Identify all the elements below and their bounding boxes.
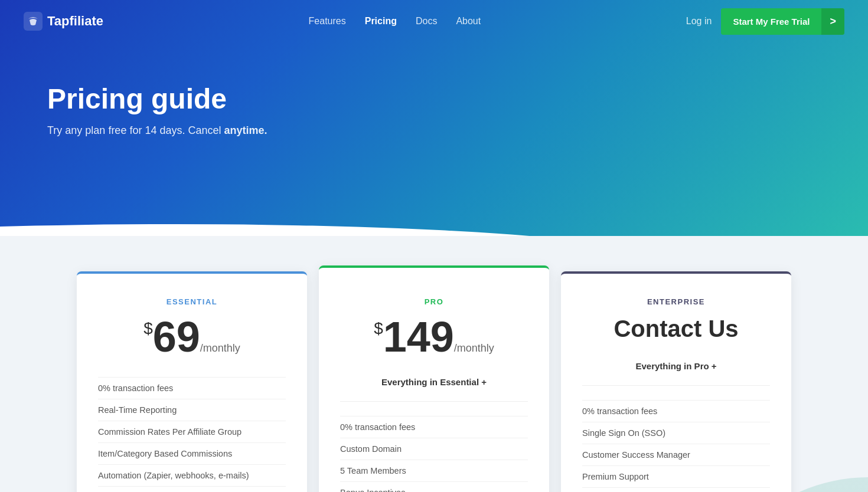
price-row-essential: $69/monthly	[98, 316, 286, 358]
hero-subtitle-prefix: Try any plan free for 14 days. Cancel	[47, 124, 224, 136]
price-period-pro: /monthly	[454, 342, 494, 354]
pricing-cards: ESSENTIAL $69/monthly 0% transaction fee…	[47, 236, 821, 492]
cta-button-text: Start My Free Trial	[721, 9, 821, 34]
feature-enterprise-0: 0% transaction fees	[582, 400, 770, 422]
feature-essential-1: Real-Time Reporting	[98, 399, 286, 421]
hero-subtitle: Try any plan free for 14 days. Cancel an…	[47, 124, 821, 137]
feature-pro-2: 5 Team Members	[340, 460, 528, 482]
features-list-essential: 0% transaction fees Real-Time Reporting …	[98, 377, 286, 487]
feature-essential-2: Commission Rates Per Affiliate Group	[98, 421, 286, 443]
price-amount-pro: 149	[383, 313, 454, 360]
nav-pricing[interactable]: Pricing	[365, 16, 397, 26]
plan-label-essential: ESSENTIAL	[98, 297, 286, 306]
plan-label-enterprise: ENTERPRISE	[582, 297, 770, 306]
feature-enterprise-1: Single Sign On (SSO)	[582, 422, 770, 444]
logo[interactable]: Tapfiliate	[24, 12, 103, 31]
price-row-pro: $149/monthly	[340, 316, 528, 358]
hero-title: Pricing guide	[47, 83, 821, 115]
feature-pro-3: Bonus Incentives	[340, 482, 528, 492]
price-period-essential: /monthly	[200, 342, 240, 354]
pricing-card-enterprise: ENTERPRISE Contact Us Everything in Pro …	[561, 271, 791, 492]
hero-subtitle-bold: anytime.	[224, 124, 267, 136]
login-link[interactable]: Log in	[686, 16, 712, 27]
navbar: Tapfiliate Features Pricing Docs About L…	[0, 0, 868, 42]
pricing-card-pro: PRO $149/monthly Everything in Essential…	[319, 265, 549, 492]
price-dollar-pro: $	[374, 319, 383, 337]
price-row-enterprise: Contact Us	[582, 316, 770, 342]
plan-tagline-pro: Everything in Essential +	[340, 377, 528, 402]
price-amount-essential: 69	[153, 313, 200, 360]
pricing-card-essential: ESSENTIAL $69/monthly 0% transaction fee…	[77, 271, 307, 492]
feature-enterprise-4: Custom Verbiage	[582, 488, 770, 492]
plan-tagline-enterprise: Everything in Pro +	[582, 361, 770, 386]
pricing-section: ESSENTIAL $69/monthly 0% transaction fee…	[0, 236, 868, 492]
nav-about[interactable]: About	[456, 16, 481, 26]
price-contact-enterprise: Contact Us	[614, 316, 738, 342]
price-dollar-essential: $	[143, 319, 153, 337]
feature-essential-0: 0% transaction fees	[98, 377, 286, 399]
nav-docs[interactable]: Docs	[416, 16, 437, 26]
features-list-pro: 0% transaction fees Custom Domain 5 Team…	[340, 416, 528, 492]
nav-features[interactable]: Features	[309, 16, 346, 26]
cta-button-arrow: >	[821, 8, 844, 35]
logo-text: Tapfiliate	[47, 14, 103, 29]
feature-enterprise-2: Customer Success Manager	[582, 444, 770, 466]
logo-icon	[24, 12, 43, 31]
feature-essential-3: Item/Category Based Commissions	[98, 443, 286, 465]
nav-right: Log in Start My Free Trial >	[686, 8, 844, 35]
features-list-enterprise: 0% transaction fees Single Sign On (SSO)…	[582, 400, 770, 492]
feature-essential-4: Automation (Zapier, webhooks, e-mails)	[98, 465, 286, 487]
plan-label-pro: PRO	[340, 297, 528, 306]
start-trial-button[interactable]: Start My Free Trial >	[721, 8, 844, 35]
feature-pro-0: 0% transaction fees	[340, 416, 528, 438]
feature-pro-1: Custom Domain	[340, 438, 528, 460]
nav-links: Features Pricing Docs About	[309, 16, 481, 27]
feature-enterprise-3: Premium Support	[582, 466, 770, 488]
